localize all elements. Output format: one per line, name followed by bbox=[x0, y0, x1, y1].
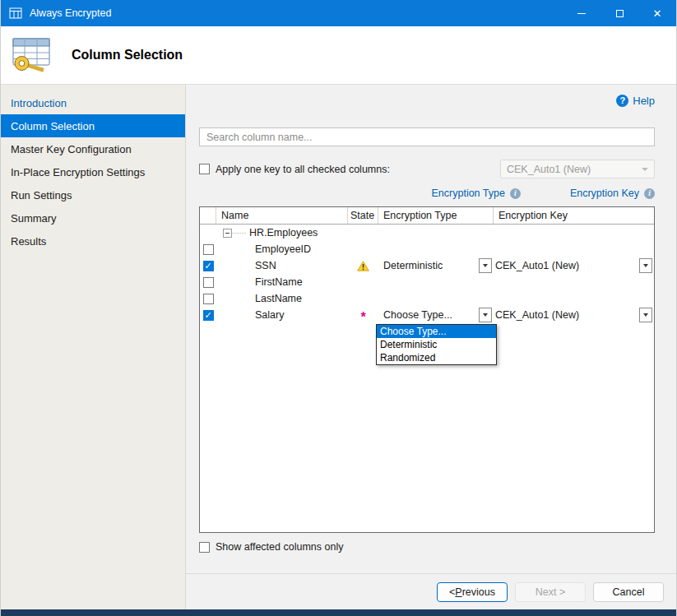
encryption-key-dropdown-button[interactable] bbox=[639, 258, 652, 273]
table-row: FirstName bbox=[200, 274, 654, 290]
previous-button[interactable]: < Previous bbox=[437, 582, 508, 602]
grid-header-name: Name bbox=[216, 207, 348, 224]
chevron-down-icon bbox=[643, 264, 648, 267]
maximize-icon bbox=[616, 10, 624, 17]
apply-key-value: CEK_Auto1 (New) bbox=[507, 164, 591, 175]
window-controls: ✕ bbox=[563, 0, 676, 26]
table-key-icon bbox=[11, 36, 52, 74]
encryption-key-value: CEK_Auto1 (New) bbox=[495, 260, 579, 271]
table-row: SSN Deterministic CEK_Auto1 (New) bbox=[200, 257, 654, 274]
sidebar-item-run-settings[interactable]: Run Settings bbox=[1, 183, 185, 206]
sidebar-item-summary[interactable]: Summary bbox=[1, 206, 185, 229]
grid-header-checkbox-column bbox=[200, 207, 216, 224]
apply-one-key-label: Apply one key to all checked columns: bbox=[216, 164, 390, 175]
row-checkbox-employeeid[interactable] bbox=[203, 244, 214, 255]
column-name: LastName bbox=[255, 293, 302, 304]
grid-header-encryption-key: Encryption Key bbox=[494, 207, 654, 224]
window-bottom-border bbox=[1, 609, 676, 616]
show-affected-checkbox[interactable] bbox=[199, 542, 210, 553]
wizard-header: Column Selection bbox=[1, 26, 676, 85]
minimize-icon bbox=[577, 13, 586, 14]
app-icon bbox=[9, 7, 22, 19]
columns-grid: Name State Encryption Type Encryption Ke… bbox=[199, 206, 655, 533]
sidebar-item-results[interactable]: Results bbox=[1, 229, 185, 252]
dropdown-option-deterministic[interactable]: Deterministic bbox=[377, 338, 496, 351]
row-checkbox-salary[interactable] bbox=[203, 310, 214, 321]
grid-header-encryption-type: Encryption Type bbox=[378, 207, 494, 224]
info-icon[interactable] bbox=[644, 188, 655, 199]
cancel-button[interactable]: Cancel bbox=[593, 582, 664, 602]
table-row: LastName bbox=[200, 290, 654, 307]
info-icon[interactable] bbox=[510, 188, 521, 199]
encryption-key-dropdown-button[interactable] bbox=[639, 308, 652, 322]
chevron-down-icon bbox=[483, 313, 488, 317]
help-link[interactable]: Help bbox=[633, 95, 655, 107]
window-title: Always Encrypted bbox=[30, 7, 111, 19]
grid-header-row: Name State Encryption Type Encryption Ke… bbox=[200, 207, 654, 225]
page-title: Column Selection bbox=[72, 48, 183, 63]
minimize-button[interactable] bbox=[563, 0, 600, 26]
next-button[interactable]: Next > bbox=[515, 582, 586, 602]
main-content: Help Apply one key to all checked column… bbox=[186, 85, 676, 609]
column-name: Salary bbox=[255, 309, 284, 321]
table-group-row: HR.Employees bbox=[200, 225, 654, 241]
column-name: SSN bbox=[255, 260, 276, 271]
close-button[interactable]: ✕ bbox=[638, 0, 676, 26]
wizard-steps-sidebar: Introduction Column Selection Master Key… bbox=[1, 85, 186, 609]
sidebar-item-master-key-configuration[interactable]: Master Key Configuration bbox=[1, 137, 185, 160]
row-checkbox-lastname[interactable] bbox=[203, 294, 214, 304]
show-affected-label: Show affected columns only bbox=[216, 541, 343, 553]
row-checkbox-ssn[interactable] bbox=[203, 261, 214, 271]
sidebar-item-introduction[interactable]: Introduction bbox=[1, 91, 185, 114]
table-row: EmployeeID bbox=[200, 241, 654, 257]
chevron-down-icon bbox=[642, 168, 648, 171]
maximize-button[interactable] bbox=[600, 0, 638, 26]
dropdown-option-choose-type[interactable]: Choose Type... bbox=[377, 325, 496, 338]
chevron-down-icon bbox=[643, 313, 648, 317]
sidebar-item-in-place-encryption-settings[interactable]: In-Place Encryption Settings bbox=[1, 160, 185, 183]
table-row: Salary * Choose Type... CEK_Auto1 (New) bbox=[200, 307, 654, 323]
tree-line bbox=[232, 233, 246, 234]
encryption-key-link[interactable]: Encryption Key bbox=[570, 188, 639, 199]
row-checkbox-firstname[interactable] bbox=[203, 277, 214, 288]
encryption-type-dropdown-list: Choose Type... Deterministic Randomized bbox=[376, 324, 497, 365]
help-icon bbox=[616, 95, 628, 107]
footer-bar: < Previous Next > Cancel bbox=[186, 573, 676, 609]
table-group-label: HR.Employees bbox=[249, 227, 318, 239]
search-input[interactable] bbox=[199, 127, 655, 146]
apply-key-combobox: CEK_Auto1 (New) bbox=[500, 160, 655, 178]
close-icon: ✕ bbox=[653, 8, 662, 19]
encryption-type-dropdown-button[interactable] bbox=[479, 258, 492, 273]
encryption-type-link[interactable]: Encryption Type bbox=[432, 188, 505, 199]
grid-header-state: State bbox=[348, 207, 378, 224]
apply-one-key-checkbox[interactable] bbox=[199, 164, 210, 174]
sidebar-item-column-selection[interactable]: Column Selection bbox=[1, 114, 185, 137]
tree-collapse-icon[interactable] bbox=[223, 229, 232, 238]
encryption-type-value: Deterministic bbox=[383, 260, 443, 271]
column-name: EmployeeID bbox=[255, 243, 311, 255]
required-marker-icon: * bbox=[360, 311, 365, 324]
dropdown-option-randomized[interactable]: Randomized bbox=[377, 351, 496, 364]
encryption-type-dropdown-button[interactable] bbox=[479, 308, 492, 322]
column-name: FirstName bbox=[255, 276, 303, 288]
warning-icon bbox=[357, 261, 369, 271]
encryption-key-value: CEK_Auto1 (New) bbox=[495, 309, 579, 321]
encryption-type-value: Choose Type... bbox=[383, 309, 452, 321]
chevron-down-icon bbox=[483, 264, 488, 267]
always-encrypted-window: Always Encrypted ✕ Column Selection Intr… bbox=[0, 0, 677, 616]
title-bar: Always Encrypted ✕ bbox=[1, 0, 676, 26]
